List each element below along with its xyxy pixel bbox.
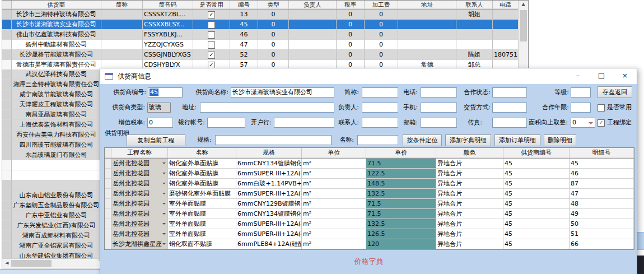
row-header-stub[interactable] [2, 1, 12, 9]
cell-supplier [12, 160, 101, 170]
price-grid-row[interactable]: 岳州北控花园钢化室外单面贴膜6mm白玻+1.14PVB+6mm...m²148.… [105, 179, 634, 189]
common-checkbox[interactable]: ✓ [208, 11, 215, 18]
table-row[interactable]: 长沙市潇湘玻璃实业有限公司CSSXXBLSY...45000 [2, 20, 528, 30]
common-checkbox[interactable] [208, 31, 215, 39]
column-header[interactable]: 税率 [337, 1, 365, 9]
price-grid-row[interactable]: 岳州北控花园室外单面贴膜6mmCNY134镀膜钢化m²71.5异地合片4549 [105, 209, 634, 219]
grid-cell-project[interactable]: 岳州北控花园 [111, 199, 168, 209]
minimize-icon[interactable]: – [566, 68, 590, 84]
add-dict-detail-button[interactable]: 添加字典明细 [445, 134, 491, 146]
row-header-cell [2, 140, 12, 150]
column-header[interactable]: 简音码 [143, 1, 193, 9]
chevron-down-icon[interactable] [589, 122, 593, 127]
table-row[interactable]: 扬州中勤建材有限公司YZZQJCYXGS47000 [2, 40, 528, 50]
column-header[interactable]: 编号 [230, 1, 258, 9]
maximize-icon[interactable]: □ [590, 68, 613, 84]
save-return-button[interactable]: 存盘返回 [598, 86, 632, 98]
price-grid-row[interactable]: 岳州北控花园室外单面贴膜6mmSUPER-III+12A(硅...m²126.5… [105, 229, 634, 239]
grid-cell-project[interactable]: 岳州北控花园 [111, 159, 168, 169]
name-filter-input[interactable] [357, 135, 398, 145]
cell-common [193, 30, 230, 40]
common-checkbox[interactable] [208, 41, 215, 49]
column-header[interactable]: 类型 [258, 1, 289, 9]
common-use-checkbox[interactable]: 是否常用 [598, 103, 632, 113]
cell-supplier: 佛山市亿鑫玻璃科技有限公司 [12, 30, 101, 40]
email-input[interactable] [421, 118, 457, 128]
grid-cell-project[interactable]: 岳州北控花园 [111, 219, 168, 229]
cell-fee: 0 [365, 30, 398, 40]
horizontal-scroll-thumb[interactable] [11, 260, 52, 267]
column-header[interactable]: 供货商 [12, 1, 101, 9]
bank-branch-input[interactable] [274, 118, 334, 128]
table-row[interactable]: 长沙晟格节能玻璃有限公司CSSGJNBLYXGS✓52000陈姐180751 [2, 50, 528, 60]
manager-input[interactable] [362, 103, 398, 113]
column-header[interactable]: 负责人 [289, 1, 337, 9]
scroll-up-icon[interactable]: ▲ [519, 1, 528, 9]
delete-detail-button[interactable]: 删除明细 [544, 134, 576, 146]
grid-cell-project[interactable]: 岳州北控花园 [111, 179, 168, 189]
locate-button[interactable]: 按条件定位 [403, 134, 442, 146]
bank-account-input[interactable] [207, 118, 245, 128]
cell-common: ✓ [193, 10, 230, 20]
phone-input[interactable] [421, 87, 457, 97]
price-grid-row[interactable]: 岳州北控花园钢化室外单面贴膜6mmCNY134镀膜钢化m²71.5异地合片454… [105, 159, 634, 169]
cell-tax: 0 [337, 10, 365, 20]
common-checkbox[interactable]: ✓ [208, 52, 215, 59]
column-header[interactable]: 联系人 [456, 1, 493, 9]
grid-cell-spec: 6mmCNY134镀膜钢化 [236, 159, 302, 169]
fax-input[interactable] [492, 118, 527, 128]
address-input[interactable] [200, 103, 334, 113]
close-icon[interactable]: × [613, 68, 637, 84]
spec-filter-input[interactable] [215, 135, 332, 145]
mobile-input[interactable] [421, 103, 457, 113]
grid-cell-name: 室外单面贴膜 [168, 209, 236, 219]
vertical-scroll-thumb[interactable] [520, 10, 527, 41]
grid-cell-project[interactable]: 长沙龙湖祺鑫星座 [111, 239, 168, 249]
row-header-cell [2, 80, 12, 90]
delivery-mode-input[interactable] [492, 103, 527, 113]
grid-cell-color: 异地合片 [436, 209, 503, 219]
column-header[interactable]: 是否常用 [193, 1, 230, 9]
price-grid-row[interactable]: 岳州北控花园室外单面贴膜6mmCNY129B镀膜钢化m²71.5异地合片4548 [105, 199, 634, 209]
scroll-left-icon[interactable]: ◄ [2, 259, 11, 268]
grid-cell-unit: m² [302, 159, 366, 169]
dialog-titlebar[interactable]: 供货商信息 – □ × [100, 68, 637, 84]
area-round-up-select[interactable]: 0 [571, 118, 595, 128]
vat-rate-input[interactable]: 0 [147, 118, 173, 128]
coop-years-input[interactable] [571, 103, 591, 113]
horizontal-scrollbar[interactable]: ◄ [2, 258, 99, 268]
supplier-name-input[interactable]: 长沙市潇湘玻璃实业有限公司 [231, 87, 334, 97]
supplier-no-input[interactable]: 45 [148, 87, 183, 97]
table-row[interactable]: 长沙市三湘特种玻璃有限公司CSSSXTZBL...✓13000胡姐 [2, 10, 528, 20]
abbr-input[interactable] [362, 87, 398, 97]
checkbox-icon[interactable]: ✓ [598, 119, 605, 127]
grid-cell-unit: m² [302, 229, 366, 239]
grid-cell-project[interactable]: 岳州北控花园 [111, 209, 168, 219]
column-header[interactable]: 加工费 [365, 1, 398, 9]
cell-phone [493, 30, 519, 40]
column-header[interactable]: 简称 [101, 1, 143, 9]
grid-cell-project[interactable]: 岳州北控花园 [111, 229, 168, 239]
price-grid-row[interactable]: 长沙龙湖祺鑫星座钢化双面不贴膜6mmPLE84+12A(硅酮胶...m²120异… [105, 239, 634, 249]
add-order-detail-button[interactable]: 添加订单明细 [494, 134, 540, 146]
grade-input[interactable] [571, 87, 591, 97]
delivery-mode-label: 交货方式: [459, 103, 491, 113]
price-grid-row[interactable]: 岳州北控花园室外单面贴膜6mmSUPER-III+12A(硅...m²132.5… [105, 219, 634, 229]
checkbox-icon[interactable] [598, 104, 605, 112]
cell-supplier: 咸宁南玻节能玻璃有限公司 [12, 90, 101, 100]
grid-cell-project[interactable]: 岳州北控花园 [111, 189, 168, 199]
copy-project-button[interactable]: 复制当前工程 [127, 134, 185, 146]
project-bind-checkbox[interactable]: ✓工程绑定 [598, 118, 632, 128]
grid-cell-detail-no: 49 [570, 209, 634, 219]
cell-contact: 胡姐 [456, 10, 493, 20]
table-row[interactable]: 佛山市亿鑫玻璃科技有限公司FSSYXBLKJ...46000 [2, 30, 528, 40]
coop-status-input[interactable] [492, 87, 527, 97]
price-grid-row[interactable]: 岳州北控花园钢化室外单面贴膜6mmSUPER-III+12A(硅...m²122… [105, 169, 634, 179]
supplier-type-input[interactable]: 玻璃 [147, 103, 171, 113]
column-header[interactable]: 地址 [398, 1, 456, 9]
common-checkbox[interactable] [208, 21, 215, 29]
column-header[interactable]: 电话 [493, 1, 519, 9]
price-grid-row[interactable]: 岳州北控花园磨砂钢化室外单面贴膜6mmSUPER-III+12A(硅...m²1… [105, 189, 634, 199]
grid-cell-project[interactable]: 岳州北控花园 [111, 169, 168, 179]
contact-input[interactable] [362, 118, 398, 128]
